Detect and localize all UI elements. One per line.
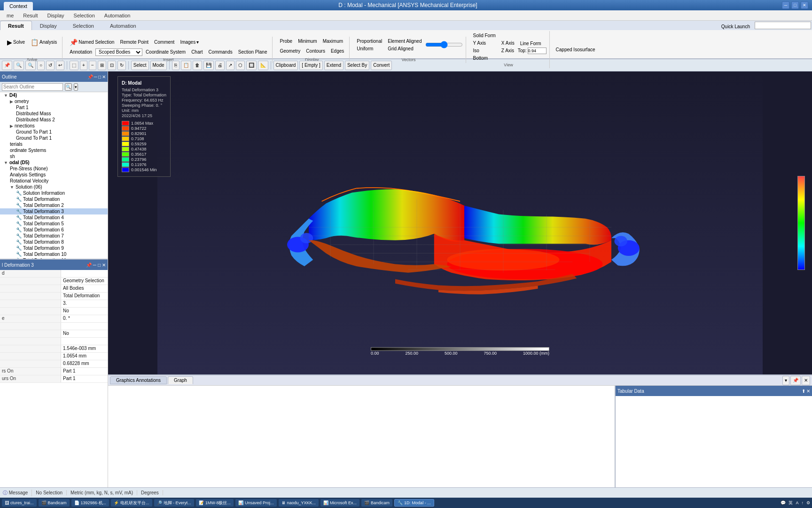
taskbar-item-3[interactable]: ⚡ 电机研发平台... (111, 499, 152, 507)
vp-s2[interactable]: ⬡ (236, 61, 245, 70)
taskbar-item-8[interactable]: 📊 Microsoft Ex... (320, 499, 359, 507)
tree-item-td11[interactable]: 🔧 Total Deformation 11 (0, 257, 108, 259)
proportional-button[interactable]: Proportional (354, 38, 384, 45)
menu-me[interactable]: me (2, 12, 18, 19)
search-options-button[interactable]: ▾ (74, 83, 78, 91)
select-by-button[interactable]: Select By (345, 61, 369, 70)
graph-tab[interactable]: Graph (168, 376, 193, 384)
vp-btn-2[interactable]: 🔍 (25, 61, 36, 70)
contours-button[interactable]: Contours (304, 48, 328, 55)
analysis-button[interactable]: 📋 Analysis (28, 38, 59, 47)
vp-btn-1[interactable]: 🔍 (14, 61, 24, 70)
element-aligned-button[interactable]: Element Aligned (385, 38, 424, 45)
vp-delete[interactable]: 🗑 (193, 61, 202, 70)
edges-button[interactable]: Edges (328, 48, 346, 55)
taskbar-item-6[interactable]: 📊 Unsaved Proj... (235, 499, 277, 507)
tree-item-td9[interactable]: 🔧 Total Deformation 9 (0, 245, 108, 251)
remote-point-button[interactable]: Remote Point (117, 39, 151, 46)
tree-item-rot-vel[interactable]: Rotational Velocity (0, 178, 108, 184)
tree-item-gtp1b[interactable]: Ground To Part 1 (0, 135, 108, 141)
tree-item-gtp1a[interactable]: Ground To Part 1 (0, 129, 108, 135)
vp-btn-5[interactable]: ↩ (56, 61, 64, 70)
tree-item-td6[interactable]: 🔧 Total Deformation 6 (0, 227, 108, 233)
grid-aligned-button[interactable]: Grid Aligned (385, 45, 424, 52)
outline-tree[interactable]: ▼ D4) ▶ ometry Part 1 Distributed Mass (0, 92, 108, 259)
bottom-pin[interactable]: 📌 (790, 376, 801, 385)
tabular-close[interactable]: ✕ (806, 389, 810, 394)
taskbar-item-2[interactable]: 📄 1392986-机... (71, 499, 109, 507)
tree-item-materials[interactable]: terials (0, 141, 108, 147)
tree-item-dist-mass[interactable]: Distributed Mass (0, 111, 108, 117)
named-selection-button[interactable]: 📌 Named Selection (67, 38, 117, 47)
tree-item-d4[interactable]: ▼ D4) (0, 92, 108, 98)
coordinate-system-button[interactable]: Coordinate System (143, 48, 188, 56)
vp-box-zoom[interactable]: ⬚ (70, 61, 78, 70)
quick-launch-input[interactable] (755, 22, 811, 29)
vp-paste[interactable]: 📋 (181, 61, 191, 70)
bottom-button[interactable]: Bottom (471, 55, 498, 62)
scoped-bodies-select[interactable]: Scoped Bodies (95, 48, 142, 56)
vp-print[interactable]: 🖨 (215, 61, 225, 70)
bottom-close[interactable]: ✕ (802, 376, 810, 385)
details-close[interactable]: ✕ (102, 262, 106, 268)
tree-item-td3[interactable]: 🔧 Total Deformation 3 (0, 208, 108, 214)
ribbon-tab-automation[interactable]: Automation (102, 21, 144, 30)
y-axis-button[interactable]: Y Axis (471, 40, 498, 47)
menu-automation[interactable]: Automation (100, 12, 135, 19)
uniform-button[interactable]: Uniform (354, 45, 384, 52)
details-minimize[interactable]: ─ (93, 262, 96, 268)
maximize-button[interactable]: □ (791, 1, 799, 9)
tree-item-analysis-settings[interactable]: Analysis Settings (0, 172, 108, 178)
vp-zoom-select[interactable]: ⊡ (108, 61, 116, 70)
extend-button[interactable]: Extend (324, 61, 344, 70)
outline-maximize[interactable]: □ (98, 74, 101, 79)
vp-save[interactable]: 💾 (203, 61, 214, 70)
vp-s3[interactable]: 🔲 (246, 61, 257, 70)
tree-item-modal-d5[interactable]: ▼ odal (D5) (0, 159, 108, 166)
bottom-dropdown[interactable]: ▾ (782, 376, 789, 385)
tree-item-mesh[interactable]: sh (0, 153, 108, 159)
minimize-button[interactable]: ─ (782, 1, 789, 9)
taskbar-item-1[interactable]: 🎬 Bandicam (39, 499, 70, 507)
select-button[interactable]: Select (131, 61, 149, 70)
vector-slider-input[interactable] (425, 41, 463, 48)
convert-button[interactable]: Convert (371, 61, 392, 70)
tree-item-dist-mass2[interactable]: Distributed Mass 2 (0, 117, 108, 123)
tree-item-sol-info[interactable]: 🔧 Solution Information (0, 190, 108, 196)
capped-isosurface-button[interactable]: Capped Isosurface (554, 46, 598, 53)
taskbar-item-9[interactable]: 🎬 Bandicam (361, 499, 392, 507)
vp-zoom-in[interactable]: + (80, 61, 87, 70)
viewport-3d[interactable]: D: Modal Total Deformation 3 Type: Total… (108, 71, 812, 374)
pin-button[interactable]: 📌 (2, 61, 12, 70)
outline-pin[interactable]: 📌 (87, 74, 93, 79)
tree-item-connections[interactable]: ▶ nnections (0, 123, 108, 129)
vp-s1[interactable]: ↗ (226, 61, 234, 70)
chart-button[interactable]: Chart (189, 48, 205, 56)
tree-item-td5[interactable]: 🔧 Total Deformation 5 (0, 221, 108, 227)
tree-item-td8[interactable]: 🔧 Total Deformation 8 (0, 239, 108, 245)
section-plane-button[interactable]: Section Plane (236, 48, 270, 56)
taskbar-item-10[interactable]: 🔧 1D: Modal - ... (394, 499, 434, 507)
maximum-button[interactable]: Maximum (320, 38, 345, 45)
tree-item-part1[interactable]: Part 1 (0, 104, 108, 111)
minimum-button[interactable]: Minimum (296, 38, 320, 45)
taskbar-item-5[interactable]: 📝 1MW-8极丝... (196, 499, 234, 507)
context-tab[interactable]: Context (4, 2, 33, 10)
tree-item-td4[interactable]: 🔧 Total Deformation 4 (0, 214, 108, 221)
vp-copy[interactable]: ⎘ (172, 61, 180, 70)
vp-btn-3[interactable]: ○ (37, 61, 45, 70)
probe-button[interactable]: Probe (277, 38, 295, 45)
taskbar-item-0[interactable]: 🖼 ctures_trai... (2, 499, 37, 507)
taskbar-item-7[interactable]: 🖥 naodu_YXKK... (279, 499, 319, 507)
images-button[interactable]: Images ▾ (178, 39, 201, 46)
menu-result[interactable]: Result (18, 12, 42, 19)
mode-button[interactable]: Mode (150, 61, 167, 70)
comment-button[interactable]: Comment (152, 39, 177, 46)
empty-button[interactable]: [ Empty ] (299, 61, 322, 70)
z-axis-button[interactable]: Z Axis (499, 47, 517, 54)
vp-s4[interactable]: 📐 (258, 61, 268, 70)
details-maximize[interactable]: □ (98, 262, 101, 268)
vp-btn-4[interactable]: ↺ (46, 61, 55, 70)
top-value-input[interactable] (528, 48, 547, 54)
tree-item-geometry[interactable]: ▶ ometry (0, 98, 108, 104)
